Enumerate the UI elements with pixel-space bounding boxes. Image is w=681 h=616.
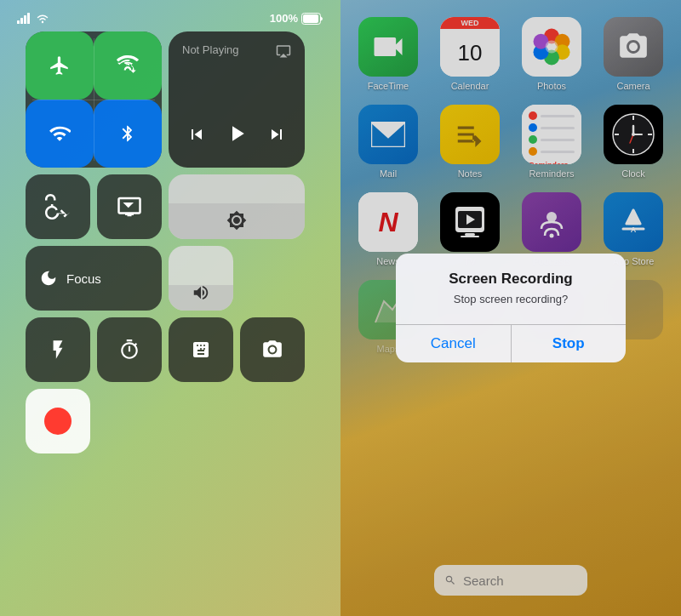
orientation-lock-button[interactable] <box>26 174 90 239</box>
moon-icon <box>39 269 58 288</box>
hotspot-button[interactable] <box>94 31 162 100</box>
brightness-icon <box>226 210 247 231</box>
home-screen-panel: FaceTime WED 10 Calendar <box>340 0 681 616</box>
dialog-cancel-button[interactable]: Cancel <box>396 325 512 362</box>
screen-recording-dialog: Screen Recording Stop screen recording? … <box>396 254 626 362</box>
svg-rect-6 <box>303 14 318 23</box>
calculator-button[interactable] <box>169 317 233 382</box>
svg-rect-1 <box>20 18 23 24</box>
airplay-icon[interactable] <box>276 43 291 62</box>
timer-button[interactable] <box>97 317 162 382</box>
svg-rect-3 <box>27 13 30 24</box>
battery-area: 100% <box>270 12 323 25</box>
focus-label: Focus <box>66 271 101 286</box>
airplane-mode-button[interactable] <box>26 31 94 100</box>
row-4 <box>26 317 315 382</box>
screen-recording-dialog-overlay: Screen Recording Stop screen recording? … <box>340 0 681 616</box>
wifi-status-icon <box>36 13 49 24</box>
svg-rect-2 <box>24 15 26 24</box>
music-top: Not Playing <box>182 43 291 62</box>
battery-icon <box>301 13 323 25</box>
signal-area <box>17 13 49 24</box>
dialog-title: Screen Recording <box>409 271 612 288</box>
prev-button[interactable] <box>186 124 207 149</box>
brightness-slider[interactable] <box>169 174 305 239</box>
camera-quick-button[interactable] <box>240 317 305 382</box>
wifi-button[interactable] <box>26 100 94 168</box>
row-5 <box>26 389 315 453</box>
dialog-buttons: Cancel Stop <box>396 324 626 362</box>
row-3: Focus <box>26 246 315 311</box>
svg-rect-0 <box>17 20 20 24</box>
screen-record-button[interactable] <box>26 389 90 453</box>
bluetooth-button[interactable] <box>94 100 162 168</box>
flashlight-button[interactable] <box>26 317 90 382</box>
dialog-content: Screen Recording Stop screen recording? <box>396 254 626 311</box>
svg-point-4 <box>42 21 43 23</box>
music-status: Not Playing <box>182 43 238 56</box>
record-icon <box>44 408 72 435</box>
play-button[interactable] <box>224 121 249 152</box>
row-1: Not Playing <box>26 31 315 168</box>
volume-icon <box>192 283 210 302</box>
row-2 <box>26 174 315 239</box>
battery-percent: 100% <box>270 12 298 25</box>
screen-mirror-button[interactable] <box>97 174 162 239</box>
dialog-stop-button[interactable]: Stop <box>512 325 627 362</box>
status-bar: 100% <box>9 10 332 31</box>
music-controls <box>182 121 291 156</box>
connectivity-block[interactable] <box>26 31 162 168</box>
control-grid: Not Playing <box>26 31 315 453</box>
cellular-icon <box>17 13 32 24</box>
volume-slider[interactable] <box>169 246 233 311</box>
focus-button[interactable]: Focus <box>26 246 162 311</box>
music-player-tile[interactable]: Not Playing <box>169 31 305 168</box>
control-center-panel: 100% <box>0 0 340 616</box>
dialog-message: Stop screen recording? <box>409 293 612 305</box>
next-button[interactable] <box>266 124 287 149</box>
